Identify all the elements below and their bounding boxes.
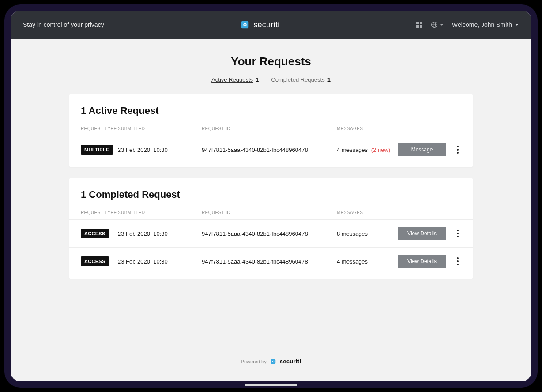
user-menu[interactable]: Welcome, John Smith bbox=[452, 21, 519, 28]
svg-rect-5 bbox=[416, 25, 419, 28]
svg-rect-6 bbox=[420, 25, 422, 28]
completed-requests-panel: 1 Completed Request REQUEST TYPE SUBMITT… bbox=[69, 178, 473, 279]
tagline: Stay in control of your privacy bbox=[23, 21, 104, 28]
cell-submitted: 23 Feb 2020, 10:30 bbox=[118, 147, 202, 153]
request-type-badge: MULTIPLE bbox=[81, 145, 113, 155]
table-header: REQUEST TYPE SUBMITTED REQUEST ID MESSAG… bbox=[69, 204, 473, 220]
row-menu-icon[interactable] bbox=[454, 257, 461, 266]
message-button[interactable]: Message bbox=[398, 143, 446, 156]
brand-mark-icon bbox=[240, 20, 250, 30]
svg-point-2 bbox=[244, 24, 246, 26]
table-row: ACCESS 23 Feb 2020, 10:30 947f7811-5aaa-… bbox=[69, 220, 473, 248]
brand-logo: securiti bbox=[104, 20, 416, 30]
device-frame: Stay in control of your privacy securiti… bbox=[4, 4, 538, 388]
table-row: ACCESS 23 Feb 2020, 10:30 947f7811-5aaa-… bbox=[69, 248, 473, 275]
col-header-reqid: REQUEST ID bbox=[202, 126, 337, 131]
col-header-submitted: SUBMITTED bbox=[118, 126, 202, 131]
screen: Stay in control of your privacy securiti… bbox=[11, 11, 531, 381]
view-details-button[interactable]: View Details bbox=[398, 255, 446, 268]
panel-title: 1 Active Request bbox=[69, 94, 473, 120]
tab-completed-requests[interactable]: Completed Requests 1 bbox=[271, 76, 331, 83]
view-details-button[interactable]: View Details bbox=[398, 227, 446, 240]
cell-request-id: 947f7811-5aaa-4340-82b1-fbc448960478 bbox=[202, 147, 337, 153]
cell-messages: 4 messages (2 new) bbox=[337, 147, 397, 153]
tab-label: Completed Requests bbox=[271, 76, 324, 83]
brand-name: securiti bbox=[253, 20, 279, 30]
footer-brand-name: securiti bbox=[280, 358, 301, 365]
col-header-messages: MESSAGES bbox=[337, 210, 397, 215]
tab-active-requests[interactable]: Active Requests 1 bbox=[211, 76, 259, 83]
chevron-down-icon bbox=[440, 23, 444, 27]
col-header-type: REQUEST TYPE bbox=[81, 210, 118, 215]
cell-messages: 8 messages bbox=[337, 230, 397, 237]
new-messages-count: (2 new) bbox=[371, 147, 390, 153]
language-selector[interactable] bbox=[431, 21, 444, 28]
svg-rect-3 bbox=[416, 22, 419, 24]
table-header: REQUEST TYPE SUBMITTED REQUEST ID MESSAG… bbox=[69, 120, 473, 136]
col-header-type: REQUEST TYPE bbox=[81, 126, 118, 131]
brand-mark-icon bbox=[270, 358, 276, 365]
tab-count: 1 bbox=[327, 76, 331, 83]
cell-messages: 4 messages bbox=[337, 258, 397, 265]
powered-by-text: Powered by bbox=[241, 359, 267, 364]
welcome-text: Welcome, John Smith bbox=[452, 21, 512, 28]
main-content: Your Requests Active Requests 1 Complete… bbox=[11, 39, 531, 381]
tab-count: 1 bbox=[256, 76, 259, 83]
tab-label: Active Requests bbox=[211, 76, 253, 83]
topbar: Stay in control of your privacy securiti… bbox=[11, 11, 531, 39]
panel-title: 1 Completed Request bbox=[69, 178, 473, 204]
cell-submitted: 23 Feb 2020, 10:30 bbox=[118, 258, 202, 265]
col-header-messages: MESSAGES bbox=[337, 126, 397, 131]
active-requests-panel: 1 Active Request REQUEST TYPE SUBMITTED … bbox=[69, 94, 473, 167]
svg-rect-4 bbox=[420, 22, 422, 24]
row-menu-icon[interactable] bbox=[454, 145, 461, 154]
page-title: Your Requests bbox=[11, 55, 531, 68]
svg-point-12 bbox=[273, 361, 274, 362]
footer: Powered by securiti bbox=[11, 358, 531, 365]
col-header-submitted: SUBMITTED bbox=[118, 210, 202, 215]
request-tabs: Active Requests 1 Completed Requests 1 bbox=[11, 76, 531, 83]
cell-submitted: 23 Feb 2020, 10:30 bbox=[118, 230, 202, 237]
home-indicator bbox=[245, 384, 297, 386]
cell-request-id: 947f7811-5aaa-4340-82b1-fbc448960478 bbox=[202, 258, 337, 265]
cell-request-id: 947f7811-5aaa-4340-82b1-fbc448960478 bbox=[202, 230, 337, 237]
chevron-down-icon bbox=[515, 23, 519, 27]
row-menu-icon[interactable] bbox=[454, 229, 461, 238]
request-type-badge: ACCESS bbox=[81, 229, 109, 238]
dashboard-icon[interactable] bbox=[416, 21, 423, 28]
col-header-reqid: REQUEST ID bbox=[202, 210, 337, 215]
table-row: MULTIPLE 23 Feb 2020, 10:30 947f7811-5aa… bbox=[69, 136, 473, 163]
request-type-badge: ACCESS bbox=[81, 256, 109, 266]
